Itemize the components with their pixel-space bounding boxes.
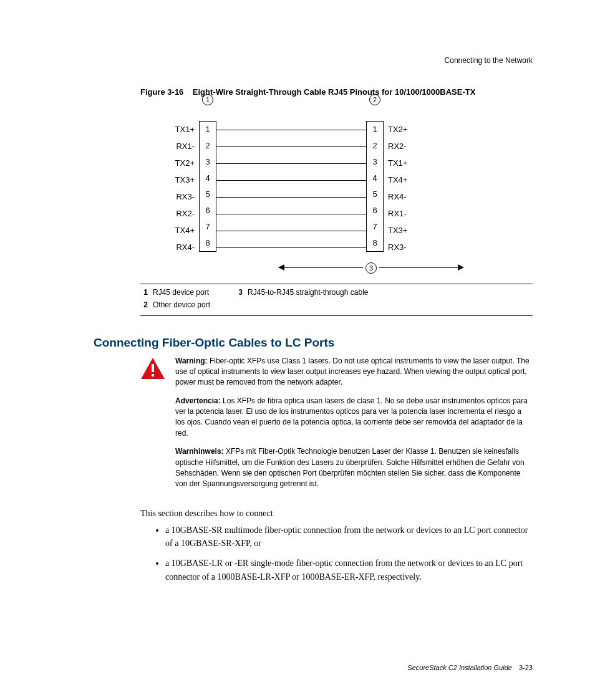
signal-label: RX4- xyxy=(168,239,199,256)
signal-label: TX2+ xyxy=(384,121,414,138)
svg-rect-1 xyxy=(152,364,154,372)
signal-label: TX3+ xyxy=(168,171,199,188)
warning-icon xyxy=(140,356,165,497)
cable-wires xyxy=(216,121,366,256)
legend-text: Other device port xyxy=(153,300,210,309)
legend-num: 2 xyxy=(140,300,148,309)
left-signals: TX1+ RX1- TX2+ TX3+ RX3- RX2- TX4+ RX4- xyxy=(168,107,199,256)
section-heading: Connecting Fiber-Optic Cables to LC Port… xyxy=(94,336,533,350)
warning-label-de: Warnhinweis: xyxy=(175,447,224,456)
cable-length-arrow: 3 xyxy=(279,259,463,277)
pin-number: 5 xyxy=(200,186,216,203)
signal-label: RX4- xyxy=(384,188,414,205)
signal-label: RX1- xyxy=(384,205,414,222)
warning-label-es: Advertencia: xyxy=(175,396,221,405)
page-footer: SecureStack C2 Installation Guide 3-23 xyxy=(407,664,533,671)
page-number: 3-23 xyxy=(519,664,533,671)
warning-text-en: Fiber-optic XFPs use Class 1 lasers. Do … xyxy=(175,357,530,387)
pin-number: 1 xyxy=(367,122,383,138)
list-item: a 10GBASE-SR multimode fiber-optic conne… xyxy=(165,524,533,550)
callout-badge: 3 xyxy=(365,262,377,274)
pin-number: 4 xyxy=(200,170,216,186)
book-title: SecureStack C2 Installation Guide xyxy=(407,664,512,671)
running-header: Connecting to the Network xyxy=(94,56,533,65)
intro-paragraph: This section describes how to connect xyxy=(140,509,533,519)
callout-badge: 2 xyxy=(369,94,380,105)
figure-label: Figure 3-16 xyxy=(140,87,183,97)
pin-number: 1 xyxy=(200,122,216,138)
signal-label: TX1+ xyxy=(168,121,199,138)
pin-number: 8 xyxy=(200,235,216,251)
warning-text-de: XFPs mit Fiber-Optik Technologie benutze… xyxy=(175,447,525,488)
signal-label: RX2- xyxy=(168,205,199,222)
pin-number: 6 xyxy=(200,203,216,219)
warning-label-en: Warning: xyxy=(175,357,208,365)
legend-num: 1 xyxy=(140,288,148,297)
right-signals: TX2+ RX2- TX1+ TX4+ RX4- RX1- TX3+ RX3- xyxy=(384,107,414,256)
warning-block: Warning: Fiber-optic XFPs use Class 1 la… xyxy=(140,356,533,497)
pin-number: 3 xyxy=(367,154,383,170)
bullet-list: a 10GBASE-SR multimode fiber-optic conne… xyxy=(153,524,533,584)
pin-number: 2 xyxy=(367,138,383,154)
signal-label: RX3- xyxy=(168,188,199,205)
pin-number: 7 xyxy=(367,219,383,235)
pin-number: 7 xyxy=(200,219,216,235)
legend-text: RJ45 device port xyxy=(153,288,209,297)
list-item: a 10GBASE-LR or -ER single-mode fiber-op… xyxy=(165,557,533,583)
signal-label: RX2- xyxy=(384,138,414,155)
signal-label: TX4+ xyxy=(168,222,199,239)
left-pin-box: 1 2 3 4 5 6 7 8 xyxy=(199,121,216,252)
signal-label: TX1+ xyxy=(384,155,414,171)
pinout-diagram: TX1+ RX1- TX2+ TX3+ RX3- RX2- TX4+ RX4- … xyxy=(168,107,533,277)
right-pin-box: 1 2 3 4 5 6 7 8 xyxy=(366,121,384,252)
signal-label: TX3+ xyxy=(384,222,414,239)
legend-rule xyxy=(140,284,533,284)
figure-title: Eight-Wire Straight-Through Cable RJ45 P… xyxy=(193,87,476,97)
pin-number: 6 xyxy=(367,203,383,219)
pin-number: 2 xyxy=(200,138,216,154)
pin-number: 5 xyxy=(367,186,383,203)
legend-rule xyxy=(140,315,533,316)
warning-text-es: Los XFPs de fibra optica usan lasers de … xyxy=(175,396,528,438)
signal-label: RX3- xyxy=(384,239,414,256)
callout-badge: 1 xyxy=(202,94,213,105)
signal-label: TX2+ xyxy=(168,155,199,171)
pin-number: 4 xyxy=(367,170,383,186)
legend-text: RJ45-to-RJ45 straight-through cable xyxy=(248,288,368,297)
legend-num: 3 xyxy=(235,288,243,297)
signal-label: TX4+ xyxy=(384,171,414,188)
pin-number: 8 xyxy=(367,235,383,251)
figure-caption: Figure 3-16 Eight-Wire Straight-Through … xyxy=(140,86,533,98)
svg-rect-2 xyxy=(152,374,154,376)
figure-legend: 1RJ45 device port 2Other device port 3RJ… xyxy=(140,288,533,309)
pin-number: 3 xyxy=(200,154,216,170)
signal-label: RX1- xyxy=(168,138,199,155)
